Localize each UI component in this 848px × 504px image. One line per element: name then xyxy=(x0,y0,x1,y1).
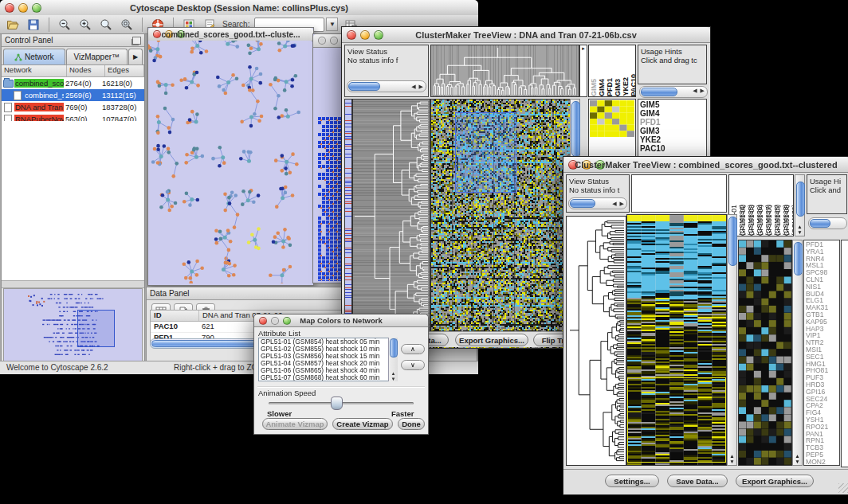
move-down-button[interactable]: ∨ xyxy=(401,360,425,370)
zoom-heatmap-canvas[interactable] xyxy=(739,240,791,465)
network-row[interactable]: combined_sco 2569(6) 13112(15) xyxy=(2,89,144,101)
network-overview-canvas[interactable] xyxy=(4,289,140,359)
save-data-button[interactable]: Save Data... xyxy=(667,475,728,487)
usage-hints-text: Click and drag tc xyxy=(641,56,704,64)
scrollbar-arrows[interactable]: ▲▼ xyxy=(793,453,802,464)
usage-hints-hscrollbar[interactable] xyxy=(808,217,847,229)
column-label[interactable]: GIM4 xyxy=(598,79,606,96)
scrollbar-thumb[interactable] xyxy=(794,242,803,275)
gene-label[interactable]: PAC10 xyxy=(640,144,705,153)
save-button[interactable] xyxy=(26,17,41,32)
gene-label[interactable]: GIM3 xyxy=(640,127,705,135)
done-button[interactable]: Done xyxy=(398,418,425,430)
column-label[interactable]: YKE2 xyxy=(622,77,630,96)
main-titlebar[interactable]: Cytoscape Desktop (Session Name: collins… xyxy=(0,0,478,16)
row-dendrogram-canvas[interactable] xyxy=(353,100,430,348)
usage-hints-hscrollbar[interactable]: ◀ ▶ xyxy=(639,86,708,98)
network-view-titlebar[interactable]: combined_scores_good.txt--cluste... xyxy=(148,28,313,41)
scrollbar-thumb[interactable] xyxy=(641,88,677,96)
column-dendrogram-canvas[interactable] xyxy=(431,45,579,96)
zoom-out-button[interactable] xyxy=(57,17,73,32)
scrollbar-thumb[interactable] xyxy=(728,217,737,266)
scrollbar-arrows[interactable]: ◀ ▶ xyxy=(411,82,424,91)
gene-label[interactable]: PFD1 xyxy=(640,118,705,127)
scrollbar-thumb[interactable] xyxy=(796,182,805,217)
column-label[interactable]: GPL51-04 (GSM857) xyxy=(756,175,765,236)
treeview-dna-titlebar[interactable]: ClusterMaker TreeView : DNA and Tran 07-… xyxy=(342,27,710,43)
view-status-hscrollbar[interactable]: ◀ ▶ xyxy=(568,197,627,209)
heatmap-vscrollbar[interactable]: ▲▼ xyxy=(727,214,737,466)
column-label[interactable]: GPL51-03 (GSM856) xyxy=(748,175,756,236)
column-label[interactable]: GIM3 xyxy=(614,79,622,96)
scrollbar-arrows[interactable]: ▲▼ xyxy=(389,371,398,381)
scrollbar-arrows[interactable]: ◀ ▶ xyxy=(612,199,625,208)
attribute-list-item[interactable]: GPL51-07 (GSM868) heat shock 60 min xyxy=(259,374,396,381)
tab-overflow-button[interactable]: ▶ xyxy=(128,49,143,64)
zoom-matrix-canvas[interactable] xyxy=(590,100,634,137)
gene-label[interactable]: MON2 xyxy=(806,459,838,466)
network-graph-canvas[interactable] xyxy=(148,41,312,283)
animate-vizmap-button[interactable]: Animate Vizmap xyxy=(262,418,328,430)
control-panel-title: Control Panel xyxy=(5,36,53,45)
listbox-vscrollbar[interactable]: ▲▼ xyxy=(388,338,398,381)
attribute-listbox[interactable]: GPL51-01 (GSM854) heat shock 05 minGPL51… xyxy=(258,338,397,381)
network-nodes-count: 2569(6) xyxy=(64,91,100,100)
tab-vizmapper[interactable]: VizMapper™ xyxy=(66,49,128,64)
minimize-button[interactable] xyxy=(330,37,338,45)
gene-label[interactable]: YKE2 xyxy=(640,135,705,144)
panel-splitter[interactable] xyxy=(2,280,144,288)
close-button[interactable] xyxy=(318,37,326,45)
treeview-combined-titlebar[interactable]: ClusterMaker TreeView : combined_scores_… xyxy=(563,157,848,173)
column-label[interactable]: GIM5 xyxy=(590,79,598,96)
slider-thumb[interactable] xyxy=(331,397,343,410)
search-dropdown-arrow[interactable]: ▼ xyxy=(326,18,338,31)
gene-label[interactable]: GIM5 xyxy=(640,100,705,109)
scrollbar-thumb[interactable] xyxy=(348,82,380,91)
float-panel-icon[interactable] xyxy=(132,37,141,45)
column-label[interactable]: PFD1 xyxy=(606,78,614,96)
move-up-button[interactable]: ∧ xyxy=(401,344,425,354)
dialog-titlebar[interactable]: Map Colors to Network xyxy=(254,315,428,327)
zoom-fit-button[interactable] xyxy=(98,17,114,32)
gene-label[interactable]: GIM4 xyxy=(640,109,705,118)
scrollbar-thumb[interactable] xyxy=(570,199,595,208)
splitter-strip[interactable]: ▸ xyxy=(579,45,587,97)
scrollbar-arrows[interactable]: ▲▼ xyxy=(795,224,804,235)
view-status-hscrollbar[interactable]: ◀ ▶ xyxy=(347,80,426,92)
column-label[interactable]: GPL51-08 (GSM872) xyxy=(783,175,791,236)
tab-network[interactable]: Network xyxy=(3,49,65,64)
export-graphics-button[interactable]: Export Graphics... xyxy=(736,475,814,487)
row-dendrogram-canvas[interactable] xyxy=(567,217,626,465)
col-network[interactable]: Network xyxy=(2,65,67,76)
column-labels-dna: GIM5GIM4PFD1GIM3YKE2PAC10 xyxy=(588,45,636,97)
scrollbar-thumb[interactable] xyxy=(390,338,398,357)
zoom-in-button[interactable] xyxy=(77,17,93,32)
export-graphics-button[interactable]: Export Graphics... xyxy=(455,334,528,346)
column-label[interactable]: PAC10 xyxy=(630,74,636,96)
col-nodes[interactable]: Nodes xyxy=(67,65,105,76)
scrollbar-arrows[interactable]: ◀ ▶ xyxy=(693,88,705,94)
column-label[interactable]: GPL51-06 (GSM865) xyxy=(765,175,774,236)
create-vizmap-button[interactable]: Create Vizmap xyxy=(332,418,393,430)
heatmap-canvas[interactable] xyxy=(627,215,726,465)
resize-grip[interactable] xyxy=(838,483,848,493)
scrollbar-thumb[interactable] xyxy=(810,219,830,228)
column-labels-vscrollbar[interactable]: ▲▼ xyxy=(795,174,805,236)
heatmap-canvas[interactable] xyxy=(431,100,570,348)
settings-button[interactable]: Settings... xyxy=(605,475,659,487)
zoom-vscrollbar[interactable]: ▲▼ xyxy=(792,240,803,466)
map-colors-dialog: Map Colors to Network Attribute List GPL… xyxy=(253,314,429,435)
scrollbar-arrows[interactable]: ▲▼ xyxy=(728,453,736,464)
col-id[interactable]: ID xyxy=(151,311,199,321)
col-edges[interactable]: Edges xyxy=(105,65,144,76)
network-row[interactable]: combined_scores 2764(0) 16218(0) xyxy=(2,77,144,89)
network-overview-panel[interactable] xyxy=(3,288,143,361)
zoom-selected-button[interactable] xyxy=(119,17,135,32)
scrollbar-thumb[interactable] xyxy=(571,101,580,157)
column-label[interactable]: GPL51-07 (GSM868) xyxy=(774,175,783,236)
column-dendrogram-panel[interactable] xyxy=(631,174,727,213)
network-row[interactable]: DNA and Tran 07 769(0) 183728(0) xyxy=(2,101,144,113)
column-label[interactable]: GPL51-02 (GSM855) xyxy=(739,175,748,236)
open-file-button[interactable] xyxy=(5,17,21,32)
attribute-row-id: PAC10 xyxy=(151,322,198,332)
